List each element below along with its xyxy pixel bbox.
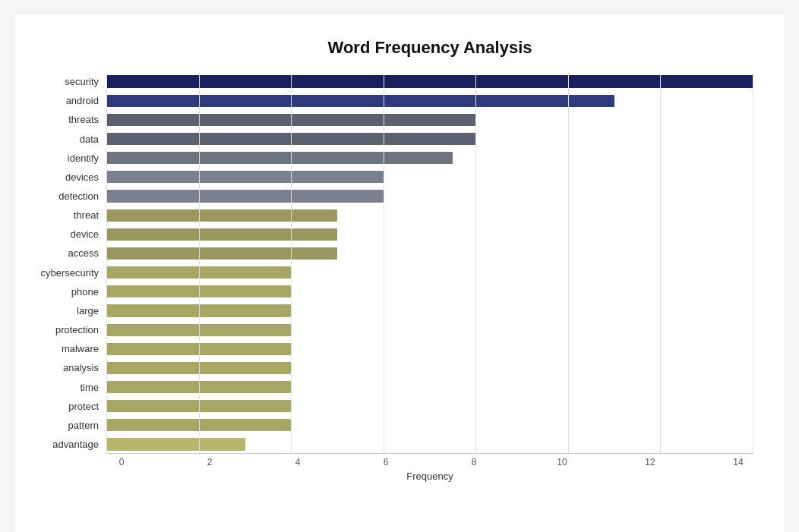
bar-label: android bbox=[23, 95, 106, 106]
bar-fill bbox=[106, 171, 384, 183]
bar-row: advantage bbox=[106, 436, 753, 453]
bar-label: threats bbox=[23, 114, 106, 125]
bar-track bbox=[106, 417, 753, 434]
bar-track bbox=[106, 92, 753, 109]
x-tick: 2 bbox=[194, 457, 225, 467]
bar-label: pattern bbox=[23, 420, 106, 431]
bar-fill bbox=[106, 133, 476, 145]
bar-label: security bbox=[23, 76, 106, 87]
bar-track bbox=[106, 206, 753, 224]
bar-track bbox=[106, 302, 753, 320]
bar-fill bbox=[106, 343, 291, 355]
bar-fill bbox=[106, 247, 337, 260]
bar-label: data bbox=[23, 134, 106, 145]
bar-label: protection bbox=[23, 324, 106, 335]
bar-label: time bbox=[23, 382, 106, 393]
bar-row: devices bbox=[106, 168, 753, 186]
bar-row: threat bbox=[106, 206, 753, 224]
bars-wrapper: securityandroidthreatsdataidentifydevice… bbox=[106, 73, 753, 453]
bar-track bbox=[106, 150, 753, 167]
x-tick: 8 bbox=[459, 457, 489, 467]
bar-label: identify bbox=[23, 153, 106, 164]
chart-title: Word Frequency Analysis bbox=[106, 38, 753, 58]
bar-row: security bbox=[106, 73, 753, 90]
bar-fill bbox=[106, 419, 291, 431]
bar-row: large bbox=[106, 302, 753, 320]
bar-fill bbox=[106, 209, 337, 222]
bar-row: time bbox=[106, 379, 753, 396]
x-tick: 12 bbox=[635, 457, 665, 467]
bar-fill bbox=[106, 285, 291, 297]
bar-track bbox=[106, 73, 753, 90]
bar-fill bbox=[106, 95, 614, 107]
x-ticks: 02468101214 bbox=[106, 453, 753, 467]
bar-fill bbox=[106, 190, 384, 202]
bar-label: devices bbox=[23, 172, 106, 183]
x-tick: 6 bbox=[371, 457, 401, 467]
bar-row: data bbox=[106, 130, 753, 147]
bar-track bbox=[106, 283, 753, 301]
bar-fill bbox=[106, 266, 291, 279]
bar-track bbox=[106, 379, 753, 396]
bar-fill bbox=[106, 362, 291, 374]
bar-track bbox=[106, 398, 753, 415]
bar-label: large bbox=[23, 305, 106, 316]
x-axis-label: Frequency bbox=[406, 471, 453, 482]
bar-row: malware bbox=[106, 340, 753, 357]
bar-label: advantage bbox=[23, 439, 106, 450]
bar-track bbox=[106, 130, 753, 147]
bar-fill bbox=[106, 324, 291, 336]
bar-track bbox=[106, 359, 753, 376]
x-tick: 4 bbox=[283, 457, 313, 467]
bar-row: access bbox=[106, 244, 753, 262]
bar-row: detection bbox=[106, 187, 753, 205]
bar-fill bbox=[106, 75, 753, 87]
bar-fill bbox=[106, 228, 337, 241]
bar-label: access bbox=[23, 247, 106, 259]
bar-label: phone bbox=[23, 286, 106, 297]
bar-track bbox=[106, 244, 753, 262]
bar-track bbox=[106, 225, 753, 243]
bar-row: android bbox=[106, 92, 753, 109]
x-tick: 0 bbox=[106, 457, 137, 467]
bar-label: detection bbox=[23, 190, 106, 202]
bar-row: phone bbox=[106, 283, 753, 301]
bar-track bbox=[106, 187, 753, 205]
chart-area: securityandroidthreatsdataidentifydevice… bbox=[106, 73, 753, 483]
bar-label: protect bbox=[23, 401, 106, 412]
bar-fill bbox=[106, 304, 291, 316]
bar-label: analysis bbox=[23, 362, 106, 373]
bar-fill bbox=[106, 381, 291, 393]
bar-fill bbox=[106, 114, 476, 126]
bar-fill bbox=[106, 152, 453, 164]
bar-track bbox=[106, 340, 753, 357]
bar-row: cybersecurity bbox=[106, 264, 753, 282]
bar-label: threat bbox=[23, 209, 106, 221]
bar-row: protection bbox=[106, 321, 753, 338]
bar-track bbox=[106, 111, 753, 128]
bar-label: malware bbox=[23, 343, 106, 354]
bar-track bbox=[106, 321, 753, 338]
chart-container: Word Frequency Analysis securityandroidt… bbox=[15, 15, 784, 532]
bar-row: threats bbox=[106, 111, 753, 128]
bar-track bbox=[106, 436, 753, 453]
bar-row: protect bbox=[106, 398, 753, 415]
bar-track bbox=[106, 264, 753, 282]
bar-row: identify bbox=[106, 150, 753, 167]
bar-row: device bbox=[106, 225, 753, 243]
bar-fill bbox=[106, 438, 245, 450]
bar-label: device bbox=[23, 228, 106, 240]
x-tick: 10 bbox=[547, 457, 577, 467]
bar-row: pattern bbox=[106, 417, 753, 434]
bar-label: cybersecurity bbox=[23, 267, 106, 279]
x-tick: 14 bbox=[723, 457, 753, 467]
bar-row: analysis bbox=[106, 359, 753, 376]
bar-fill bbox=[106, 400, 291, 412]
bar-track bbox=[106, 168, 753, 186]
x-axis: 02468101214 Frequency bbox=[106, 453, 753, 483]
